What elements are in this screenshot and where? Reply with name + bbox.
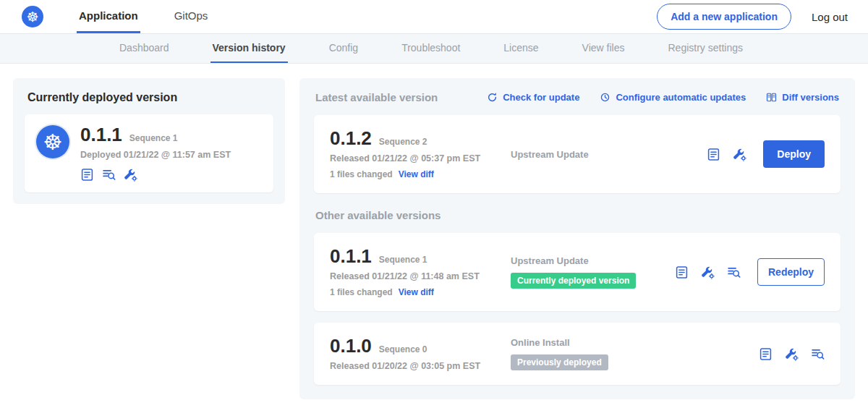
released-timestamp: Released 01/21/22 @ 05:37 pm EST [330,153,511,163]
configure-automatic-updates-link[interactable]: Configure automatic updates [600,92,746,103]
header-right: Add a new application Log out [657,4,848,30]
diff-icon [766,92,777,103]
edit-config-icon[interactable] [124,168,137,182]
check-for-update-link[interactable]: Check for update [487,92,579,103]
released-timestamp: Released 01/21/22 @ 11:48 am EST [330,271,511,281]
version-number: 0.1.2 [330,129,372,148]
deploy-logs-icon[interactable] [811,347,825,361]
deploy-logs-icon[interactable] [727,265,741,279]
version-number: 0.1.1 [330,247,372,265]
deployed-card-actions [80,168,231,182]
subnav-item-dashboard[interactable]: Dashboard [117,34,171,63]
deploy-button[interactable]: Deploy [763,140,825,168]
add-new-application-button[interactable]: Add a new application [657,4,791,30]
diff-versions-link[interactable]: Diff versions [766,92,839,103]
source-label: Online Install [511,337,570,348]
tab-gitops[interactable]: GitOps [172,0,210,33]
sequence-label: Sequence 0 [379,344,427,354]
currently-deployed-badge: Currently deployed version [511,273,636,289]
previously-deployed-badge: Previously deployed [511,354,608,370]
currently-deployed-panel: Currently deployed version ☸ 0.1.1 Seque… [13,78,285,204]
version-info: 0.1.1 Sequence 1 Released 01/21/22 @ 11:… [330,247,511,297]
subnav-item-view-files[interactable]: View files [580,34,627,63]
edit-config-icon[interactable] [785,347,799,361]
version-actions: Deploy [707,140,825,168]
diff-versions-label: Diff versions [782,92,839,103]
version-source: Upstream Update Currently deployed versi… [511,255,675,289]
other-available-versions-title: Other available versions [315,209,839,221]
main-content: Currently deployed version ☸ 0.1.1 Seque… [0,64,868,408]
subnav-item-license[interactable]: License [501,34,540,63]
redeploy-button[interactable]: Redeploy [757,258,825,286]
version-source: Online Install Previously deployed [511,337,759,370]
app-kubernetes-icon: ☸ [36,125,69,158]
check-for-update-label: Check for update [503,92,579,103]
edit-config-icon[interactable] [701,265,715,279]
configure-automatic-updates-label: Configure automatic updates [616,92,746,103]
source-label: Upstream Update [511,255,589,266]
latest-available-title: Latest available version [315,91,438,103]
version-number: 0.1.0 [330,336,372,355]
deployed-timestamp: Deployed 01/21/22 @ 11:57 am EST [80,150,231,160]
version-card: 0.1.0 Sequence 0 Released 01/20/22 @ 03:… [314,323,841,385]
released-timestamp: Released 01/20/22 @ 03:05 pm EST [330,361,511,371]
sequence-label: Sequence 1 [379,255,427,265]
subnav-item-troubleshoot[interactable]: Troubleshoot [399,34,462,63]
version-card: 0.1.1 Sequence 1 Released 01/21/22 @ 11:… [314,233,841,311]
release-notes-icon[interactable] [707,148,720,161]
app-header: ☸ Application GitOps Add a new applicati… [0,0,868,34]
subnav-item-config[interactable]: Config [327,34,360,63]
version-actions: Redeploy [675,258,825,286]
version-actions [759,347,825,361]
view-diff-link[interactable]: View diff [399,169,434,179]
currently-deployed-title: Currently deployed version [27,91,273,104]
files-changed-label: 1 files changed [330,169,393,179]
available-versions-panel: Latest available version Check for updat… [299,78,855,399]
version-info: 0.1.0 Sequence 0 Released 01/20/22 @ 03:… [330,336,511,371]
app-subnav: Dashboard Version history Config Trouble… [0,34,868,64]
version-info: 0.1.2 Sequence 2 Released 01/21/22 @ 05:… [330,129,511,179]
deployed-version-details: 0.1.1 Sequence 1 Deployed 01/21/22 @ 11:… [80,125,231,182]
release-notes-icon[interactable] [675,265,689,279]
deployed-version-card: ☸ 0.1.1 Sequence 1 Deployed 01/21/22 @ 1… [25,114,273,192]
release-notes-icon[interactable] [759,347,773,361]
deploy-logs-icon[interactable] [102,168,116,182]
edit-config-icon[interactable] [733,148,746,161]
refresh-icon [487,92,498,103]
panel-action-links: Check for update Configure automatic upd… [487,92,839,103]
subnav-item-registry-settings[interactable]: Registry settings [665,34,744,63]
version-card-latest: 0.1.2 Sequence 2 Released 01/21/22 @ 05:… [314,115,841,193]
header-tabs: Application GitOps [77,0,242,33]
files-changed-label: 1 files changed [330,287,393,297]
kubernetes-logo-icon: ☸ [22,6,43,27]
tab-application[interactable]: Application [77,0,140,33]
view-diff-link[interactable]: View diff [399,287,434,297]
sequence-label: Sequence 2 [379,137,427,147]
deployed-version-number: 0.1.1 [80,125,122,144]
auto-updates-clock-icon [600,92,610,103]
subnav-item-version-history[interactable]: Version history [210,34,288,63]
version-source: Upstream Update [511,149,707,160]
source-label: Upstream Update [511,149,589,160]
available-panel-header: Latest available version Check for updat… [315,91,839,103]
release-notes-icon[interactable] [80,168,94,182]
logout-link[interactable]: Log out [812,11,848,23]
deployed-sequence-label: Sequence 1 [129,133,178,143]
